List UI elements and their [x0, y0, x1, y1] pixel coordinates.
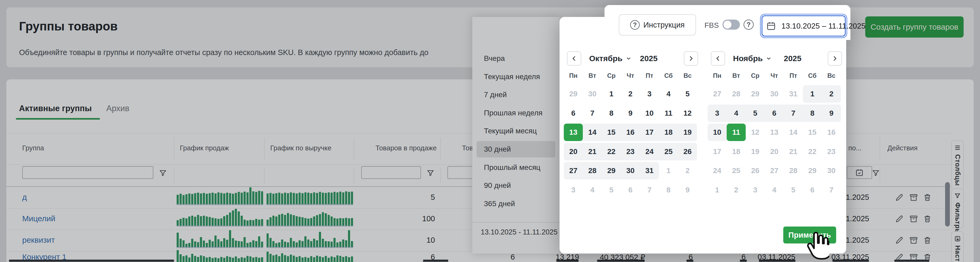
calendar-day[interactable]: 18 [659, 124, 678, 141]
calendar-day[interactable]: 31 [784, 85, 803, 103]
calendar-day[interactable]: 11 [659, 105, 678, 122]
calendar-day[interactable]: 27 [765, 162, 784, 179]
calendar-day[interactable]: 7 [784, 105, 803, 122]
calendar-day[interactable]: 12 [746, 124, 765, 141]
year-select[interactable]: 2025 [640, 54, 658, 63]
calendar-day[interactable]: 4 [659, 85, 678, 103]
calendar-day[interactable]: 28 [583, 162, 602, 179]
calendar-day[interactable]: 30 [583, 85, 602, 103]
calendar-day[interactable]: 12 [678, 105, 697, 122]
calendar-day[interactable]: 18 [727, 143, 746, 160]
next-month-button[interactable] [828, 51, 842, 66]
instruction-button[interactable]: ? Инструкция [619, 14, 696, 35]
calendar-day[interactable]: 19 [678, 124, 697, 141]
calendar-day[interactable]: 22 [803, 143, 822, 160]
calendar-day[interactable]: 3 [640, 85, 659, 103]
calendar-day[interactable]: 3 [746, 181, 765, 199]
calendar-day[interactable]: 3 [564, 181, 583, 199]
calendar-day[interactable]: 8 [803, 105, 822, 122]
calendar-day[interactable]: 1 [708, 181, 727, 199]
fbs-toggle[interactable] [722, 19, 740, 30]
fbs-help-icon[interactable]: ? [744, 19, 754, 30]
calendar-day[interactable]: 8 [659, 181, 678, 199]
calendar-day[interactable]: 15 [803, 124, 822, 141]
calendar-day[interactable]: 7 [583, 105, 602, 122]
calendar-day[interactable]: 20 [765, 143, 784, 160]
calendar-day[interactable]: 21 [583, 143, 602, 160]
calendar-day[interactable]: 24 [640, 143, 659, 160]
calendar-day[interactable]: 10 [640, 105, 659, 122]
calendar-day[interactable]: 23 [621, 143, 640, 160]
calendar-day[interactable]: 1 [659, 162, 678, 179]
weekday-label: Вт [727, 72, 746, 79]
calendar-day[interactable]: 25 [659, 143, 678, 160]
calendar-day[interactable]: 14 [583, 124, 602, 141]
calendar-day[interactable]: 5 [678, 85, 697, 103]
prev-month-button[interactable] [567, 51, 581, 66]
calendar-day[interactable]: 11 [727, 124, 746, 141]
calendar-day[interactable]: 17 [640, 124, 659, 141]
calendar-day[interactable]: 13 [765, 124, 784, 141]
calendar-day[interactable]: 4 [583, 181, 602, 199]
calendar-day[interactable]: 6 [564, 105, 583, 122]
calendar-day[interactable]: 20 [564, 143, 583, 160]
calendar-day[interactable]: 9 [678, 181, 697, 199]
calendar-day[interactable]: 8 [602, 105, 621, 122]
calendar-day[interactable]: 22 [602, 143, 621, 160]
calendar-day[interactable]: 16 [822, 124, 841, 141]
calendar-day[interactable]: 9 [621, 105, 640, 122]
calendar-day[interactable]: 27 [708, 85, 727, 103]
calendar-day[interactable]: 5 [746, 105, 765, 122]
calendar-day[interactable]: 10 [708, 124, 727, 141]
calendar-day[interactable]: 1 [602, 85, 621, 103]
calendar-day[interactable]: 28 [727, 85, 746, 103]
calendar-day[interactable]: 26 [678, 143, 697, 160]
calendar-day[interactable]: 4 [727, 105, 746, 122]
year-select[interactable]: 2025 [784, 54, 802, 63]
calendar-day[interactable]: 15 [602, 124, 621, 141]
calendar-day[interactable]: 3 [708, 105, 727, 122]
calendar-day[interactable]: 7 [640, 181, 659, 199]
calendar-day[interactable]: 17 [708, 143, 727, 160]
calendar-day[interactable]: 28 [784, 162, 803, 179]
calendar-day[interactable]: 4 [765, 181, 784, 199]
calendar-day[interactable]: 16 [621, 124, 640, 141]
calendar-day[interactable]: 2 [621, 85, 640, 103]
calendar-day[interactable]: 29 [602, 162, 621, 179]
month-select[interactable]: Октябрь [589, 54, 632, 63]
calendar-day[interactable]: 26 [746, 162, 765, 179]
prev-month-button[interactable] [711, 51, 725, 66]
calendar-month: Октябрь2025ПнВтСрЧтПтСбВс293012345678910… [564, 50, 701, 209]
calendar-day[interactable]: 6 [621, 181, 640, 199]
month-select[interactable]: Ноябрь [733, 54, 772, 63]
calendar-day[interactable]: 9 [822, 105, 841, 122]
calendar-day[interactable]: 29 [746, 85, 765, 103]
calendar-day[interactable]: 27 [564, 162, 583, 179]
calendar-day[interactable]: 13 [564, 124, 583, 141]
calendar-day[interactable]: 6 [765, 105, 784, 122]
calendar-day[interactable]: 14 [784, 124, 803, 141]
calendar-day[interactable]: 23 [822, 143, 841, 160]
calendar-day[interactable]: 5 [784, 181, 803, 199]
calendar-day[interactable]: 2 [678, 162, 697, 179]
calendar-day[interactable]: 31 [640, 162, 659, 179]
calendar-day[interactable]: 1 [803, 85, 822, 103]
calendar-day[interactable]: 2 [727, 181, 746, 199]
calendar-day[interactable]: 19 [746, 143, 765, 160]
calendar-day[interactable]: 5 [602, 181, 621, 199]
date-range-input[interactable]: 13.10.2025 – 11.11.2025 [762, 15, 846, 37]
calendar-day[interactable]: 7 [822, 181, 841, 199]
calendar-day[interactable]: 30 [765, 85, 784, 103]
next-month-button[interactable] [684, 51, 698, 66]
calendar-day[interactable]: 21 [784, 143, 803, 160]
calendar-day[interactable]: 30 [621, 162, 640, 179]
calendar-day[interactable]: 29 [564, 85, 583, 103]
apply-button[interactable]: Применить [783, 227, 836, 243]
calendar-day[interactable]: 24 [708, 162, 727, 179]
calendar-day[interactable]: 25 [727, 162, 746, 179]
calendar-day[interactable]: 29 [803, 162, 822, 179]
calendar-day[interactable]: 30 [822, 162, 841, 179]
calendar-day[interactable]: 6 [803, 181, 822, 199]
calendar-icon [766, 21, 776, 31]
calendar-day[interactable]: 2 [822, 85, 841, 103]
